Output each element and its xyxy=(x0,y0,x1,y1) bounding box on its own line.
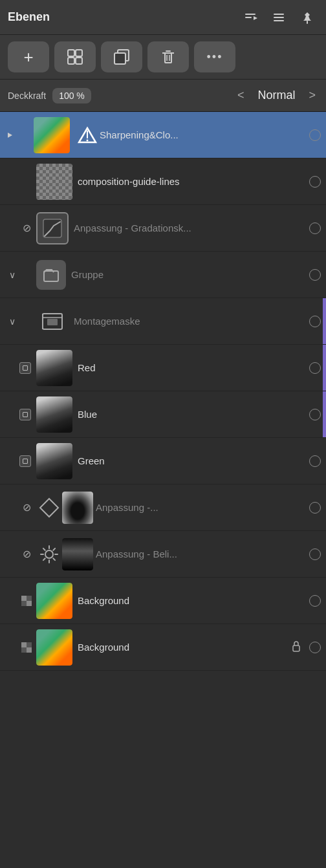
layer-options-dot[interactable] xyxy=(309,595,321,607)
trash-icon xyxy=(159,48,177,66)
sublayer-checkbox[interactable] xyxy=(19,455,31,467)
layer-row[interactable]: Background xyxy=(0,578,326,624)
layer-options-dot[interactable] xyxy=(309,316,321,327)
layer-options-dot[interactable] xyxy=(309,222,321,234)
svg-rect-0 xyxy=(245,14,255,15)
layer-row[interactable]: Sharpening&Clo... xyxy=(0,112,326,158)
svg-rect-6 xyxy=(307,21,308,24)
svg-rect-8 xyxy=(76,50,82,56)
sublayer-checkbox[interactable] xyxy=(19,409,31,420)
layer-name: Background xyxy=(78,642,291,653)
blend-prev-button[interactable]: < xyxy=(235,87,247,103)
svg-rect-4 xyxy=(274,17,284,18)
layer-row[interactable]: Red xyxy=(0,345,326,391)
layer-thumbnail xyxy=(36,396,72,433)
layer-row[interactable]: Green xyxy=(0,438,326,484)
layer-visibility-icon[interactable] xyxy=(19,596,34,606)
layer-expand-chevron[interactable] xyxy=(3,131,17,140)
layer-options-dot[interactable] xyxy=(309,642,321,653)
layer-name: Anpassung - Gradationsk... xyxy=(74,222,304,233)
layer-thumbnail xyxy=(34,117,70,153)
collapse-button[interactable] xyxy=(239,6,261,28)
layer-visibility-icon[interactable]: ⊘ xyxy=(19,548,34,560)
layer-type-icon xyxy=(75,123,100,147)
blend-mode-name: Normal xyxy=(250,89,302,102)
layer-type-icon xyxy=(36,492,62,524)
layer-thumbnail xyxy=(36,260,66,290)
duplicate-layer-button[interactable] xyxy=(101,41,142,72)
layers-list: Sharpening&Clo... composition-guide-line… xyxy=(0,112,326,671)
layer-name: Green xyxy=(78,455,304,466)
layer-visibility-icon[interactable]: ⊘ xyxy=(19,501,34,514)
layer-row[interactable]: ⊘ Anpassung - Beli... xyxy=(0,531,326,578)
layer-name: Background xyxy=(78,595,304,606)
layer-row[interactable]: ∨ Gruppe xyxy=(0,252,326,298)
svg-line-35 xyxy=(53,558,55,560)
layer-expand-chevron[interactable]: ∨ xyxy=(5,316,19,327)
pin-button[interactable] xyxy=(296,6,318,28)
layer-name: Sharpening&Clo... xyxy=(100,129,304,140)
layer-mask-thumbnail xyxy=(62,492,93,524)
layer-options-dot[interactable] xyxy=(309,269,321,281)
lock-icon xyxy=(291,640,301,654)
svg-rect-7 xyxy=(68,50,74,56)
svg-rect-10 xyxy=(76,58,82,64)
layer-visibility-icon[interactable]: ⊘ xyxy=(19,222,34,234)
layer-row[interactable]: Background xyxy=(0,624,326,671)
svg-marker-2 xyxy=(254,16,257,20)
layer-expand-chevron[interactable]: ∨ xyxy=(5,270,19,280)
layer-thumbnail xyxy=(36,350,72,386)
duplicate-icon xyxy=(113,48,131,66)
layer-name: Blue xyxy=(78,409,304,420)
layer-row[interactable]: ∨ Montagemaske xyxy=(0,298,326,345)
svg-rect-23 xyxy=(44,271,58,281)
add-layer-button[interactable]: + xyxy=(8,41,49,72)
layer-thumbnail xyxy=(36,212,69,244)
blend-next-button[interactable]: > xyxy=(306,87,318,103)
svg-point-21 xyxy=(87,139,89,141)
delete-layer-button[interactable] xyxy=(147,41,189,72)
layer-row[interactable]: composition-guide-lines xyxy=(0,158,326,205)
layer-row[interactable]: ⊘ Anpassung -... xyxy=(0,484,326,531)
layer-thumbnail xyxy=(36,164,72,200)
opacity-value[interactable]: 100 % xyxy=(52,88,91,103)
opacity-label: Deckkraft xyxy=(8,91,46,101)
layer-thumbnail xyxy=(36,443,72,479)
panel-title: Ebenen xyxy=(8,10,50,24)
svg-rect-43 xyxy=(27,647,32,653)
blend-mode-row: Deckkraft 100 % < Normal > xyxy=(0,80,326,112)
layer-options-dot[interactable] xyxy=(309,548,321,560)
accent-bar xyxy=(323,391,326,437)
layer-thumbnail xyxy=(36,583,72,619)
layer-options-dot[interactable] xyxy=(309,129,321,141)
more-options-button[interactable]: ••• xyxy=(194,41,235,72)
svg-rect-9 xyxy=(68,58,74,64)
layer-row[interactable]: Blue xyxy=(0,391,326,438)
header-actions xyxy=(239,6,318,28)
layer-thumbnail-group xyxy=(36,492,93,524)
menu-button[interactable] xyxy=(268,6,290,28)
svg-rect-13 xyxy=(165,53,171,63)
layer-options-dot[interactable] xyxy=(309,409,321,420)
layer-row[interactable]: ⊘ Anpassung - Gradationsk... xyxy=(0,205,326,252)
accent-bar xyxy=(323,298,326,344)
layer-visibility-icon[interactable] xyxy=(19,642,34,653)
toolbar: + ••• xyxy=(0,35,326,80)
layer-name: Anpassung - Beli... xyxy=(96,548,304,559)
svg-line-34 xyxy=(43,548,45,550)
svg-rect-5 xyxy=(274,20,284,21)
layer-options-dot[interactable] xyxy=(309,455,321,467)
svg-rect-41 xyxy=(21,601,27,606)
layer-options-dot[interactable] xyxy=(309,362,321,374)
select-layer-button[interactable] xyxy=(54,41,96,72)
layer-options-dot[interactable] xyxy=(309,176,321,188)
svg-point-29 xyxy=(45,550,53,558)
blend-mode-control: < Normal > xyxy=(235,87,318,103)
svg-line-36 xyxy=(53,548,55,550)
layer-name: Red xyxy=(78,362,304,373)
sublayer-checkbox[interactable] xyxy=(19,362,31,374)
layer-thumbnail-group xyxy=(36,538,93,570)
layer-options-dot[interactable] xyxy=(309,502,321,514)
layer-thumbnail xyxy=(36,305,69,338)
pin-icon xyxy=(300,10,314,25)
